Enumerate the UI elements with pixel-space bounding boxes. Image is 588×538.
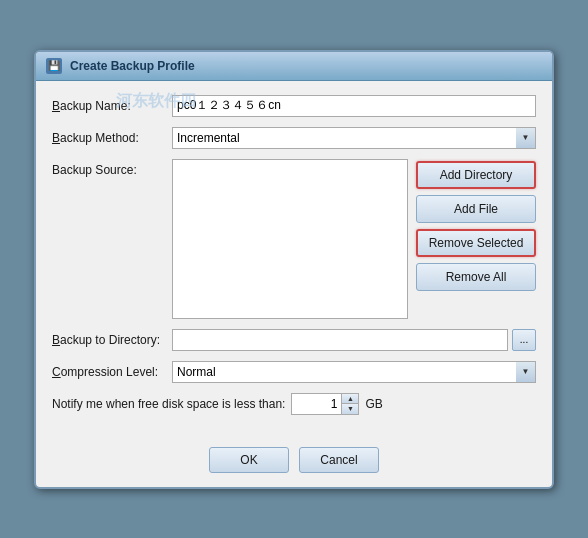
backup-to-directory-label: Backup to Directory: [52,333,172,347]
notify-label: Notify me when free disk space is less t… [52,397,285,411]
spinbox: ▲ ▼ [291,393,359,415]
backup-name-input[interactable] [172,95,536,117]
backup-source-label: Backup Source: [52,159,172,177]
title-bar: 💾 Create Backup Profile [36,52,552,81]
spinbox-down-button[interactable]: ▼ [342,404,358,414]
remove-all-button[interactable]: Remove All [416,263,536,291]
red-arrows [34,103,41,333]
remove-selected-button[interactable]: Remove Selected [416,229,536,257]
gb-label: GB [365,397,382,411]
dialog-footer: OK Cancel [36,441,552,487]
backup-method-row: Backup Method: Incremental Full Differen… [52,127,536,149]
backup-method-select-wrap: Incremental Full Differential ▼ [172,127,536,149]
dialog-icon: 💾 [46,58,62,74]
compression-select-wrap: None Normal High Maximum ▼ [172,361,536,383]
add-directory-button[interactable]: Add Directory [416,161,536,189]
backup-method-select[interactable]: Incremental Full Differential [172,127,536,149]
spinbox-arrows: ▲ ▼ [341,393,359,415]
compression-level-label: Compression Level: [52,365,172,379]
browse-button[interactable]: ... [512,329,536,351]
backup-name-label: Backup Name: [52,99,172,113]
backup-directory-input[interactable] [172,329,508,351]
source-buttons: Add Directory Add File Remove Selected R… [416,159,536,291]
dialog-title: Create Backup Profile [70,59,195,73]
backup-source-list[interactable] [172,159,408,319]
create-backup-profile-dialog: 💾 Create Backup Profile 河东软件四 Backup Nam… [34,50,554,489]
dialog-body: 河东软件四 Backup Name: Backup Method: Increm… [36,81,552,441]
backup-name-row: Backup Name: [52,95,536,117]
compression-level-row: Compression Level: None Normal High Maxi… [52,361,536,383]
add-file-button[interactable]: Add File [416,195,536,223]
backup-to-directory-row: Backup to Directory: ... [52,329,536,351]
ok-button[interactable]: OK [209,447,289,473]
cancel-button[interactable]: Cancel [299,447,379,473]
notify-row: Notify me when free disk space is less t… [52,393,536,415]
notify-value-input[interactable] [291,393,341,415]
backup-method-label: Backup Method: [52,131,172,145]
spinbox-up-button[interactable]: ▲ [342,394,358,404]
compression-select[interactable]: None Normal High Maximum [172,361,536,383]
backup-source-row: Backup Source: Add Directory Add File Re… [52,159,536,319]
